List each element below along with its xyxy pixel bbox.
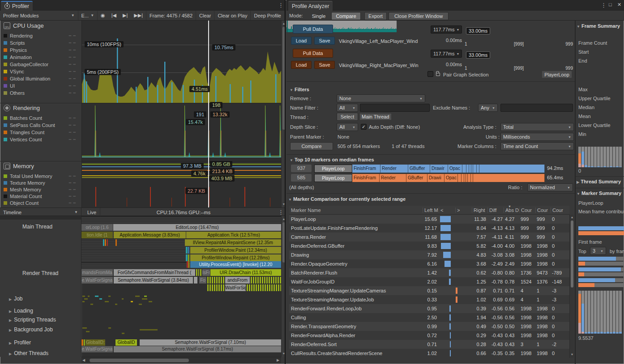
- marker-segment[interactable]: [473, 165, 477, 173]
- timeline-bar[interactable]: [144, 296, 147, 297]
- table-row[interactable]: TextureStreamingManager.UpdateJob0.331.0…: [289, 295, 569, 304]
- cpu-usage-chart[interactable]: [82, 21, 282, 103]
- timeline-bar[interactable]: [131, 301, 133, 302]
- comparison-section-title[interactable]: ▼Marker Comparison for currently selecte…: [288, 196, 406, 202]
- thread-row-profiler[interactable]: ▶Profiler: [9, 339, 81, 346]
- table-row[interactable]: BatchRenderer.Flush1.420.62-0.800.801736…: [289, 268, 569, 277]
- marker-segment[interactable]: [468, 174, 471, 182]
- column-header-right[interactable]: Right: [472, 206, 487, 215]
- timeline-bar[interactable]: [194, 277, 197, 284]
- depth-slice-dropdown[interactable]: All▼: [337, 123, 358, 131]
- table-row[interactable]: Camera.Render11.687.57-4.114.119999990: [289, 233, 569, 241]
- timeline-scroll-thumb[interactable]: [282, 222, 285, 262]
- table-vertical-scrollbar[interactable]: ▲ ▼: [569, 215, 574, 358]
- column-header-diff[interactable]: Diff: [487, 206, 504, 215]
- timeline-horizontal-scrollbar[interactable]: ◀ ▶: [81, 357, 281, 363]
- auto-depth-checkbox[interactable]: ✓: [361, 124, 367, 130]
- column-header--[interactable]: >: [455, 206, 472, 215]
- column-header-cour[interactable]: Cour: [519, 206, 535, 215]
- drag-handle-icon[interactable]: ━ ━: [69, 48, 76, 52]
- marker-histogram[interactable]: [578, 291, 623, 334]
- scroll-down-icon[interactable]: ▼: [282, 351, 286, 356]
- timeline-bar[interactable]: [115, 239, 117, 246]
- drag-handle-icon[interactable]: ━ ━: [69, 76, 76, 81]
- pull-data-button[interactable]: Pull Data: [293, 49, 333, 58]
- expand-arrow-icon[interactable]: ▶: [9, 341, 12, 345]
- frame-histogram[interactable]: [578, 147, 623, 167]
- marker-segment-finishfram[interactable]: FinishFram: [352, 174, 380, 182]
- scroll-up-icon[interactable]: ▲: [282, 21, 286, 26]
- save-button[interactable]: Save: [314, 37, 335, 45]
- timeline-bar[interactable]: [95, 296, 98, 297]
- timeline-bar[interactable]: Utility.ProcessEvent() [Invoke] (12.20: [190, 261, 281, 268]
- timeline-bar[interactable]: Application.Message (3.83ms): [114, 232, 186, 238]
- top10-frame-index[interactable]: 937: [291, 165, 312, 172]
- thread-select-button[interactable]: Select: [337, 113, 358, 121]
- load-button[interactable]: Load: [291, 37, 312, 45]
- timeline-bar[interactable]: [103, 239, 104, 246]
- column-header-cour[interactable]: Cour: [535, 206, 551, 215]
- legend-item-animation[interactable]: Animation━ ━: [4, 54, 81, 61]
- table-row[interactable]: PlayerLoop15.6511.38-4.274.279999990: [289, 215, 569, 224]
- clear-button[interactable]: Clear: [196, 11, 214, 21]
- profiler-charts[interactable]: 10ms (100FPS)5ms (200FPS)10.75ms4.51ms19…: [81, 21, 281, 207]
- drag-handle-icon[interactable]: ━ ━: [69, 41, 76, 45]
- timeline-hscroll-thumb[interactable]: [90, 359, 189, 362]
- export-button[interactable]: Export: [364, 12, 387, 20]
- timeline-bar[interactable]: [142, 298, 147, 300]
- timeline-bar[interactable]: [200, 269, 201, 276]
- mode-single-button[interactable]: Single: [309, 12, 329, 20]
- legend-item-mesh-memory[interactable]: Mesh Memory━ ━: [4, 186, 81, 193]
- tab-profile-analyzer[interactable]: Profile Analyzer: [288, 1, 333, 11]
- editor-target-dropdown[interactable]: E...▼: [78, 11, 98, 21]
- marker-segment[interactable]: [479, 165, 545, 173]
- timeline-bar[interactable]: tion.Idle (1: [81, 232, 113, 238]
- timeline-bar[interactable]: [186, 254, 188, 261]
- timeline-bar[interactable]: EditorLoop (16.47ms): [113, 224, 281, 231]
- profiler-modules-dropdown[interactable]: Profiler Modules▼: [0, 11, 78, 21]
- expand-arrow-icon[interactable]: ▶: [9, 352, 12, 356]
- charts-vertical-scrollbar[interactable]: ▲ ▼: [281, 21, 286, 207]
- expand-arrow-icon[interactable]: ▶: [9, 318, 12, 322]
- marker-segment-gbuffer[interactable]: GBuffer: [406, 174, 427, 182]
- timeline-bar[interactable]: [90, 304, 93, 305]
- module-header-rendering[interactable]: Rendering: [4, 105, 40, 111]
- column-header-abs-d[interactable]: Abs D: [504, 206, 519, 215]
- lock-icon[interactable]: [436, 73, 440, 76]
- marker-segment[interactable]: [473, 174, 545, 182]
- timeline-bar[interactable]: [105, 239, 106, 246]
- name-filter-mode-dropdown[interactable]: All▼: [337, 104, 358, 112]
- timeline-bar[interactable]: [82, 327, 87, 329]
- marker-summary-title[interactable]: ▼Marker Summary: [577, 190, 621, 196]
- top10-marker-bar[interactable]: PlayerLoopFinishFramRenderGBufferDrawirO…: [314, 165, 545, 173]
- top10-marker-bar[interactable]: PlayerLoopFinishFramRenderGBufferDrawiiO…: [314, 174, 545, 182]
- expand-arrow-icon[interactable]: ▶: [9, 328, 12, 332]
- scroll-up-icon[interactable]: ▲: [282, 217, 286, 221]
- ratio-dropdown[interactable]: Normalized▼: [527, 183, 573, 191]
- top10-section-title[interactable]: ▼Top 10 markers on median frames: [290, 157, 374, 162]
- drag-handle-icon[interactable]: ━ ━: [69, 123, 76, 127]
- table-row[interactable]: WaitForJobGroupID2.021.25-0.780.78152413…: [289, 277, 569, 286]
- timeline-bar[interactable]: [107, 239, 108, 246]
- marker-segment-render[interactable]: Render: [380, 165, 408, 173]
- legend-item-total-used-memory[interactable]: Total Used Memory━ ━: [4, 173, 81, 180]
- load-button[interactable]: Load: [291, 61, 312, 69]
- timeline-bar[interactable]: UIR.DrawChain (11.53ms): [210, 269, 281, 276]
- tab-profiler[interactable]: Profiler: [1, 1, 33, 11]
- timeline-bar[interactable]: [122, 333, 124, 334]
- legend-item-ui[interactable]: UI━ ━: [4, 82, 81, 89]
- thread-row-main-thread[interactable]: Main Thread: [22, 224, 81, 230]
- timeline-vertical-scrollbar[interactable]: ▲ ▼: [281, 216, 286, 357]
- timeline-bar[interactable]: [82, 301, 85, 302]
- timeline-bar[interactable]: [198, 269, 199, 276]
- filters-section-title[interactable]: ▼Filters: [290, 87, 309, 92]
- charts-scroll-thumb[interactable]: [282, 27, 285, 130]
- pair-marker-button[interactable]: PlayerLoop: [542, 71, 572, 78]
- drag-handle-icon[interactable]: ━ ━: [69, 55, 76, 59]
- table-row[interactable]: Render.OpaqueGeometry6.163.68-2.492.4919…: [289, 259, 569, 268]
- table-scroll-thumb[interactable]: [571, 220, 573, 288]
- legend-item-global-illumination[interactable]: Global Illumination━ ━: [4, 75, 81, 82]
- timeline-bar[interactable]: e.WaitForSigna: [81, 346, 113, 352]
- timeline-bar[interactable]: [188, 254, 189, 261]
- marker-segment-playerloop[interactable]: PlayerLoop: [314, 165, 352, 173]
